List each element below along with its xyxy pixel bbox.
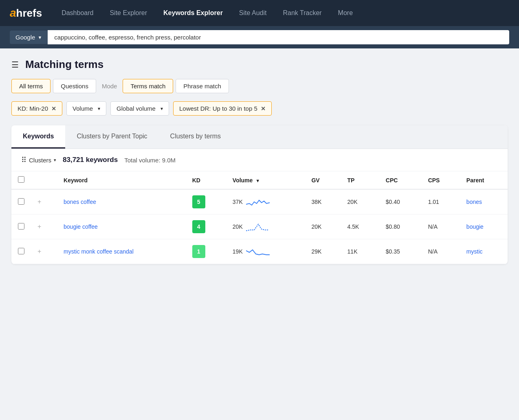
logo-hrefs: hrefs xyxy=(16,7,42,20)
tab-all-terms[interactable]: All terms xyxy=(11,79,51,93)
clusters-label: Clusters xyxy=(29,157,51,164)
row-cps-cell: N/A xyxy=(422,214,460,239)
chevron-down-icon: ▾ xyxy=(161,106,163,112)
filter-kd-label: KD: Min-20 xyxy=(18,105,48,112)
menu-icon[interactable]: ☰ xyxy=(11,60,19,70)
filter-kd-close[interactable]: ✕ xyxy=(51,105,56,112)
kd-badge: 1 xyxy=(192,245,205,258)
select-all-checkbox[interactable] xyxy=(18,176,24,183)
nav-site-explorer[interactable]: Site Explorer xyxy=(103,6,154,20)
tab-terms-match[interactable]: Terms match xyxy=(123,79,173,93)
filter-volume-label: Volume xyxy=(73,105,93,112)
col-parent: Parent xyxy=(460,171,508,189)
table-row: + mystic monk coffee scandal 1 19K xyxy=(11,239,508,264)
mode-label: Mode xyxy=(99,83,121,90)
row-checkbox[interactable] xyxy=(18,248,24,254)
sparkline-chart xyxy=(246,246,270,257)
top-navigation: ahrefs Dashboard Site Explorer Keywords … xyxy=(0,0,519,26)
chevron-down-icon: ▾ xyxy=(54,158,56,163)
row-checkbox[interactable] xyxy=(18,223,24,230)
logo-a: a xyxy=(10,7,16,20)
row-parent-cell: mystic xyxy=(460,239,508,264)
nav-rank-tracker[interactable]: Rank Tracker xyxy=(276,6,328,20)
chevron-down-icon: ▼ xyxy=(37,35,42,40)
clusters-button[interactable]: ⠿ Clusters ▾ xyxy=(21,155,56,164)
keyword-link[interactable]: mystic monk coffee scandal xyxy=(64,248,134,255)
row-parent-cell: bougie xyxy=(460,214,508,239)
filter-kd[interactable]: KD: Min-20 ✕ xyxy=(11,101,62,116)
add-row-button[interactable]: + xyxy=(37,223,41,230)
row-keyword-cell: bougie coffee xyxy=(57,214,186,239)
filter-global-volume-label: Global volume xyxy=(117,105,156,112)
add-row-button[interactable]: + xyxy=(37,248,41,255)
nav-keywords-explorer[interactable]: Keywords Explorer xyxy=(157,6,229,20)
col-add xyxy=(31,171,57,189)
row-cps-cell: 1.01 xyxy=(422,189,460,214)
col-kd: KD xyxy=(186,171,226,189)
col-cpc: CPC xyxy=(379,171,422,189)
row-kd-cell: 5 xyxy=(186,189,226,214)
sparkline-chart xyxy=(246,196,270,208)
panel-tab-clusters-parent[interactable]: Clusters by Parent Topic xyxy=(65,125,158,149)
nav-more[interactable]: More xyxy=(332,6,359,20)
row-add-cell: + xyxy=(31,239,57,264)
logo[interactable]: ahrefs xyxy=(10,7,42,20)
main-content: ☰ Matching terms All terms Questions Mod… xyxy=(0,48,519,274)
summary-keywords-count: 83,721 keywords xyxy=(63,156,118,164)
row-cpc-cell: $0.40 xyxy=(379,189,422,214)
row-keyword-cell: mystic monk coffee scandal xyxy=(57,239,186,264)
page-header: ☰ Matching terms xyxy=(11,58,508,71)
parent-link[interactable]: bougie xyxy=(466,223,484,230)
col-keyword: Keyword xyxy=(57,171,186,189)
volume-value: 20K xyxy=(233,223,243,230)
matching-tabs-row: All terms Questions Mode Terms match Phr… xyxy=(11,79,508,93)
filter-global-volume[interactable]: Global volume ▾ xyxy=(110,101,169,116)
tab-questions[interactable]: Questions xyxy=(53,79,96,93)
parent-link[interactable]: bones xyxy=(466,199,482,205)
keyword-link[interactable]: bougie coffee xyxy=(64,223,98,230)
add-row-button[interactable]: + xyxy=(37,198,41,205)
filter-lowest-dr-label: Lowest DR: Up to 30 in top 5 xyxy=(179,105,257,112)
row-parent-cell: bones xyxy=(460,189,508,214)
row-volume-cell: 20K xyxy=(226,214,305,239)
row-kd-cell: 1 xyxy=(186,239,226,264)
page-title: Matching terms xyxy=(25,58,103,71)
row-checkbox[interactable] xyxy=(18,198,24,205)
filter-volume[interactable]: Volume ▾ xyxy=(66,101,106,116)
keyword-link[interactable]: bones coffee xyxy=(64,199,96,205)
kd-badge: 4 xyxy=(192,220,205,233)
search-input[interactable] xyxy=(48,30,509,44)
nav-dashboard[interactable]: Dashboard xyxy=(55,6,100,20)
row-cpc-cell: $0.80 xyxy=(379,214,422,239)
parent-link[interactable]: mystic xyxy=(466,248,483,255)
summary-total-volume: Total volume: 9.0M xyxy=(124,157,176,164)
row-keyword-cell: bones coffee xyxy=(57,189,186,214)
filter-lowest-dr[interactable]: Lowest DR: Up to 30 in top 5 ✕ xyxy=(173,101,272,116)
row-gv-cell: 29K xyxy=(305,239,341,264)
panel-tab-keywords[interactable]: Keywords xyxy=(11,125,65,149)
volume-value: 37K xyxy=(233,199,243,205)
row-cps-cell: N/A xyxy=(422,239,460,264)
panel-tabs: Keywords Clusters by Parent Topic Cluste… xyxy=(11,125,508,149)
keywords-table: Keyword KD Volume ▼ GV TP CPC CPS Parent xyxy=(11,171,508,264)
row-add-cell: + xyxy=(31,189,57,214)
sort-desc-icon: ▼ xyxy=(255,178,260,183)
table-row: + bones coffee 5 37K xyxy=(11,189,508,214)
volume-value: 19K xyxy=(233,248,243,255)
row-tp-cell: 20K xyxy=(341,189,379,214)
nav-site-audit[interactable]: Site Audit xyxy=(233,6,273,20)
col-tp: TP xyxy=(341,171,379,189)
search-bar: Google ▼ xyxy=(0,26,519,48)
col-cps: CPS xyxy=(422,171,460,189)
row-tp-cell: 4.5K xyxy=(341,214,379,239)
row-volume-cell: 37K xyxy=(226,189,305,214)
row-tp-cell: 11K xyxy=(341,239,379,264)
col-volume[interactable]: Volume ▼ xyxy=(226,171,305,189)
tab-phrase-match[interactable]: Phrase match xyxy=(176,79,229,93)
row-add-cell: + xyxy=(31,214,57,239)
chevron-down-icon: ▾ xyxy=(98,106,100,112)
panel-tab-clusters-terms[interactable]: Clusters by terms xyxy=(159,125,232,149)
filter-lowest-dr-close[interactable]: ✕ xyxy=(261,105,266,112)
col-gv: GV xyxy=(305,171,341,189)
engine-select[interactable]: Google ▼ xyxy=(10,31,48,44)
